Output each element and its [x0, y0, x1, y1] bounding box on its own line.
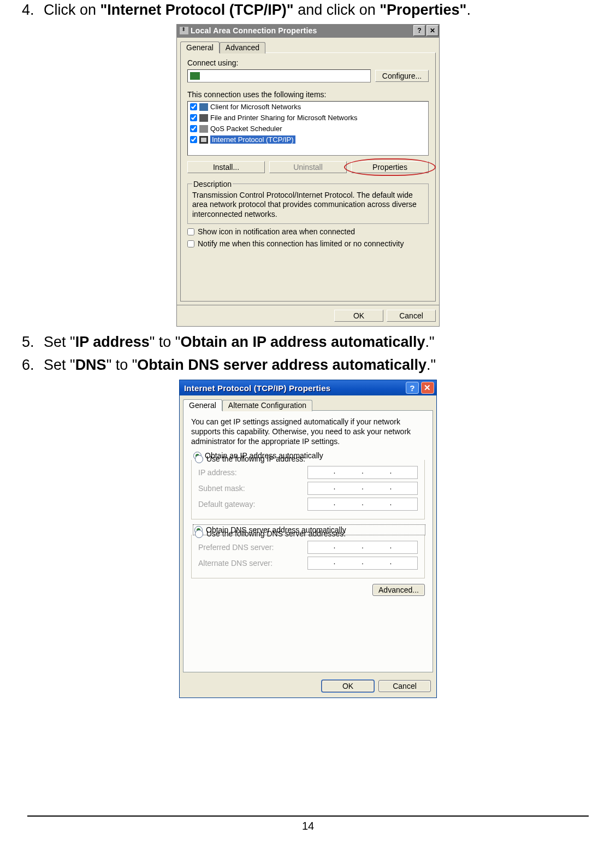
network-adapter-icon	[190, 72, 200, 80]
step-6-bold2: Obtain DNS server address automatically	[137, 357, 427, 373]
step-6-text: Set "DNS" to "Obtain DNS server address …	[44, 355, 600, 376]
help-button[interactable]: ?	[406, 382, 419, 394]
properties-button[interactable]: Properties	[351, 161, 429, 173]
item-label: File and Printer Sharing for Microsoft N…	[210, 114, 357, 122]
step-6-post: ."	[427, 357, 436, 373]
step-4-text: Click on "Internet Protocol (TCP/IP)" an…	[44, 0, 600, 21]
item-label: Internet Protocol (TCP/IP)	[210, 135, 295, 144]
list-item[interactable]: File and Printer Sharing for Microsoft N…	[188, 113, 428, 123]
step-6-number: 6.	[22, 355, 44, 376]
printer-icon	[199, 114, 208, 122]
default-gateway-label: Default gateway:	[198, 500, 307, 509]
step-5-bold2: Obtain an IP address automatically	[180, 334, 425, 350]
description-legend: Description	[192, 180, 233, 188]
description-group: Description Transmission Control Protoco…	[187, 180, 429, 224]
preferred-dns-field[interactable]: ...	[307, 541, 418, 554]
radio-dot-icon	[195, 530, 203, 538]
titlebar: Local Area Connection Properties ? ✕	[176, 24, 440, 37]
show-icon-checkbox[interactable]	[187, 228, 194, 235]
subnet-mask-field[interactable]: ...	[307, 482, 418, 495]
notify-checkbox[interactable]	[187, 240, 194, 247]
step-5-mid: " to "	[150, 334, 181, 350]
list-item[interactable]: QoS Packet Scheduler	[188, 123, 428, 134]
step-4-mid: and click on	[294, 2, 380, 18]
ip-address-label: IP address:	[198, 468, 307, 477]
step-5-post: ."	[425, 334, 435, 350]
description-text: Transmission Control Protocol/Internet P…	[192, 191, 424, 220]
radio-use-dns-label: Use the following DNS server addresses:	[206, 529, 346, 538]
step-4-bold1: "Internet Protocol (TCP/IP)"	[100, 2, 294, 18]
window-title: Internet Protocol (TCP/IP) Properties	[184, 383, 404, 393]
dns-group: Use the following DNS server addresses: …	[191, 535, 425, 578]
step-5-pre: Set "	[44, 334, 75, 350]
components-listbox[interactable]: Client for Microsoft Networks File and P…	[187, 101, 429, 156]
step-5-bold1: IP address	[75, 334, 150, 350]
install-button[interactable]: Install...	[187, 161, 265, 173]
tcpip-properties-dialog: Internet Protocol (TCP/IP) Properties ? …	[179, 380, 437, 698]
tab-general[interactable]: General	[180, 42, 220, 53]
window-title: Local Area Connection Properties	[191, 26, 412, 35]
preferred-dns-label: Preferred DNS server:	[198, 543, 307, 552]
step-6-mid: " to "	[106, 357, 138, 373]
window-icon	[180, 27, 188, 34]
notify-label: Notify me when this connection has limit…	[198, 239, 404, 248]
tab-general[interactable]: General	[183, 399, 222, 411]
step-4-bold2: "Properties"	[380, 2, 466, 18]
item-checkbox[interactable]	[190, 136, 197, 143]
adapter-field	[187, 69, 371, 82]
step-4-post: .	[466, 2, 471, 18]
tab-alternate-configuration[interactable]: Alternate Configuration	[222, 400, 312, 411]
item-checkbox[interactable]	[190, 103, 197, 110]
radio-use-ip-label: Use the following IP address:	[206, 454, 305, 463]
ip-address-group: Use the following IP address: IP address…	[191, 460, 425, 519]
lan-properties-dialog: Local Area Connection Properties ? ✕ Gen…	[176, 24, 440, 327]
step-5: 5. Set "IP address" to "Obtain an IP add…	[22, 332, 600, 353]
connect-using-label: Connect using:	[187, 58, 429, 67]
configure-button[interactable]: Configure...	[375, 70, 429, 82]
titlebar: Internet Protocol (TCP/IP) Properties ? …	[180, 380, 436, 395]
close-button[interactable]: ✕	[427, 25, 439, 36]
show-icon-label: Show icon in notification area when conn…	[198, 227, 355, 236]
items-label: This connection uses the following items…	[187, 90, 429, 99]
step-4-number: 4.	[22, 0, 44, 21]
radio-dot-icon	[195, 455, 203, 463]
list-item[interactable]: Client for Microsoft Networks	[188, 102, 428, 113]
step-5-number: 5.	[22, 332, 44, 353]
uninstall-button[interactable]: Uninstall	[269, 161, 347, 173]
advanced-button[interactable]: Advanced...	[372, 584, 425, 596]
intro-text: You can get IP settings assigned automat…	[191, 417, 425, 447]
page-number: 14	[302, 820, 314, 832]
client-icon	[199, 103, 208, 111]
radio-use-dns[interactable]: Use the following DNS server addresses:	[194, 529, 418, 538]
step-4: 4. Click on "Internet Protocol (TCP/IP)"…	[22, 0, 600, 21]
page-footer: 14	[27, 815, 589, 832]
item-label: Client for Microsoft Networks	[210, 103, 301, 111]
cancel-button[interactable]: Cancel	[378, 680, 431, 692]
default-gateway-field[interactable]: ...	[307, 498, 418, 511]
close-button[interactable]: ✕	[421, 382, 434, 394]
alternate-dns-label: Alternate DNS server:	[198, 559, 307, 568]
tcpip-icon	[199, 136, 208, 144]
step-6-bold1: DNS	[75, 357, 106, 373]
tab-advanced[interactable]: Advanced	[220, 42, 265, 54]
ip-address-field[interactable]: ...	[307, 466, 418, 479]
item-checkbox[interactable]	[190, 114, 197, 121]
alternate-dns-field[interactable]: ...	[307, 557, 418, 570]
step-6: 6. Set "DNS" to "Obtain DNS server addre…	[22, 355, 600, 376]
cancel-button[interactable]: Cancel	[387, 310, 436, 322]
subnet-mask-label: Subnet mask:	[198, 484, 307, 493]
step-6-pre: Set "	[44, 357, 75, 373]
list-item-selected[interactable]: Internet Protocol (TCP/IP)	[188, 134, 428, 145]
item-label: QoS Packet Scheduler	[210, 125, 282, 133]
ok-button[interactable]: OK	[322, 680, 374, 692]
step-5-text: Set "IP address" to "Obtain an IP addres…	[44, 332, 600, 353]
step-4-pre: Click on	[44, 2, 100, 18]
help-button[interactable]: ?	[413, 25, 425, 36]
item-checkbox[interactable]	[190, 125, 197, 132]
ok-button[interactable]: OK	[334, 310, 383, 322]
qos-icon	[199, 125, 208, 133]
